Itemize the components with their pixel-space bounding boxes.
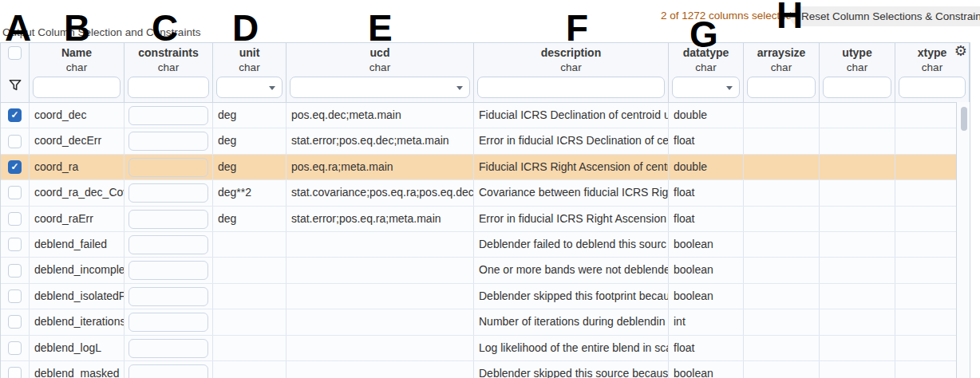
filter-name[interactable] [33,77,121,98]
table-row[interactable]: ✓coord_decdegpos.eq.dec;meta.mainFiducia… [1,103,956,128]
table-row[interactable]: deblend_failedDeblender failed to deblen… [1,232,956,258]
ucd-cell [286,336,474,360]
name-cell: deblend_iterations [30,309,124,334]
unit-cell [213,309,286,334]
column-type: char [820,61,895,75]
row-checkbox[interactable]: ✓ [8,108,22,122]
description-cell: Error in fiducial ICRS Right Ascension o [474,207,669,231]
arraysize-cell [744,155,820,179]
row-checkbox[interactable] [8,238,22,251]
table-row[interactable]: ✓coord_radegpos.eq.ra;meta.mainFiducial … [1,155,956,180]
column-header-ucd[interactable]: ucdchar [286,43,474,102]
arraysize-cell [744,336,820,360]
page-title: Output Column Selection and Constraints [2,26,200,38]
table-row[interactable]: deblend_logLLog likelihood of the entire… [1,336,956,361]
column-header-description[interactable]: descriptionchar [474,43,669,102]
select-all-checkbox[interactable] [8,46,22,60]
unit-cell [213,336,286,360]
filter-arraysize[interactable] [747,77,816,98]
name-cell: coord_decErr [30,128,124,153]
constraint-input[interactable] [128,261,208,280]
table-row[interactable]: coord_ra_dec_Covdeg**2stat.covariance;po… [1,180,956,206]
description-cell: Log likelihood of the entire blend in sc… [474,336,669,360]
row-checkbox[interactable]: ✓ [8,160,22,174]
datatype-cell: float [669,128,744,153]
ucd-cell: pos.eq.ra;meta.main [286,155,474,179]
table-row[interactable]: deblend_maskedDeblender skipped this sou… [1,361,956,378]
chevron-down-icon [726,86,733,90]
filter-datatype[interactable] [672,77,740,98]
name-cell: coord_raErr [30,207,124,231]
filter-funnel-icon[interactable] [7,77,23,93]
gear-icon[interactable]: ⚙ [954,44,967,58]
unit-cell: deg [213,207,286,231]
row-checkbox-cell [1,336,30,360]
column-header-datatype[interactable]: datatypechar [669,43,744,102]
xtype-cell [895,258,956,282]
datatype-cell: float [669,180,744,205]
column-label: datatype [669,45,743,61]
column-header-utype[interactable]: utypechar [820,43,895,102]
utype-cell [820,336,895,360]
filter-utype-input[interactable] [824,77,891,97]
utype-cell [820,361,895,378]
constraint-input[interactable] [128,158,208,177]
reset-columns-button[interactable]: Reset Column Selections & Constraints [790,6,980,26]
filter-utype[interactable] [823,77,891,98]
filter-arraysize-input[interactable] [748,77,815,97]
filter-xtype[interactable] [899,77,966,98]
filter-description[interactable] [477,77,665,98]
column-header-arraysize[interactable]: arraysizechar [744,43,820,102]
filter-ucd-input[interactable] [290,77,469,97]
row-checkbox[interactable] [8,212,22,226]
row-checkbox[interactable] [8,186,22,199]
unit-cell: deg**2 [213,180,286,205]
row-checkbox[interactable] [8,135,22,148]
filter-constraints[interactable] [128,77,209,98]
table-row[interactable]: deblend_iterationsNumber of iterations d… [1,309,956,335]
column-header-constraints[interactable]: constraintschar [124,43,213,102]
constraint-input[interactable] [128,210,208,229]
constraint-input[interactable] [128,183,208,203]
row-checkbox[interactable] [8,341,22,355]
xtype-cell [895,284,956,309]
constraint-input[interactable] [128,339,208,358]
datatype-cell: float [669,336,744,360]
constraint-input[interactable] [128,235,208,254]
column-type: char [474,61,668,75]
datatype-cell: boolean [669,258,744,282]
constraint-cell [124,155,213,179]
column-label: description [474,45,668,61]
filter-description-input[interactable] [478,77,664,97]
filter-name-input[interactable] [34,77,120,97]
constraint-input[interactable] [128,132,208,151]
name-cell: deblend_incomplet [30,258,124,282]
constraint-input[interactable] [128,313,208,332]
xtype-cell [895,232,956,257]
scrollbar-thumb[interactable] [961,107,967,131]
filter-ucd[interactable] [290,77,470,98]
arraysize-cell [744,284,820,309]
table-row[interactable]: coord_raErrdegstat.error;pos.eq.ra;meta.… [1,207,956,232]
constraint-input[interactable] [128,106,208,125]
filter-constraints-input[interactable] [128,77,208,97]
filter-xtype-input[interactable] [899,77,965,97]
table-row[interactable]: deblend_incompletOne or more bands were … [1,258,956,283]
constraint-input[interactable] [128,364,208,378]
column-selection-dialog: Output Column Selection and Constraints … [0,0,980,378]
constraint-input[interactable] [128,287,208,306]
filter-unit[interactable] [216,77,283,98]
vertical-scrollbar [956,102,970,378]
row-checkbox[interactable] [8,264,22,278]
unit-cell [213,361,286,378]
column-label: ucd [286,45,473,61]
column-header-unit[interactable]: unitchar [213,43,286,102]
row-checkbox[interactable] [8,367,22,378]
constraint-cell [124,309,213,334]
table-row[interactable]: deblend_isolatedFDeblender skipped this … [1,284,956,309]
row-checkbox[interactable] [8,315,22,329]
datatype-cell: int [669,309,744,334]
column-header-name[interactable]: Namechar [30,43,124,102]
row-checkbox[interactable] [8,289,22,303]
table-row[interactable]: coord_decErrdegstat.error;pos.eq.dec;met… [1,128,956,154]
